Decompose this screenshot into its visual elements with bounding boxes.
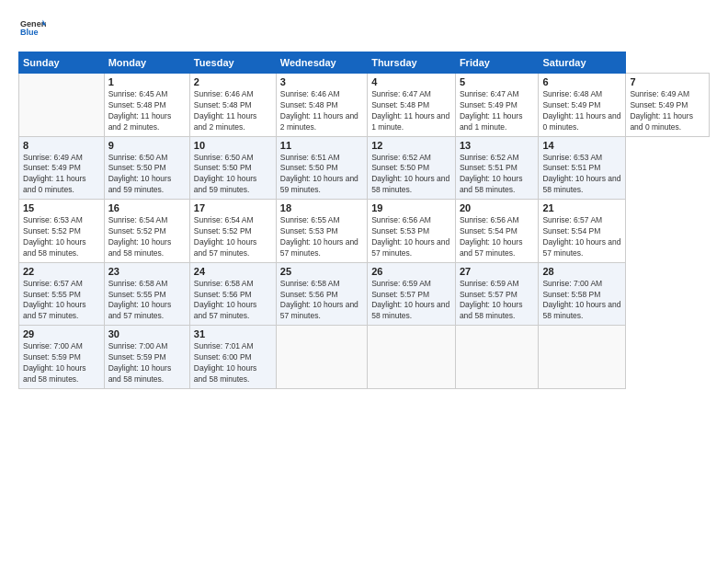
calendar-cell: 19 Sunrise: 6:56 AM Sunset: 5:53 PM Dayl… [368, 200, 456, 263]
day-number: 13 [460, 140, 535, 151]
calendar-cell: 8 Sunrise: 6:49 AM Sunset: 5:49 PM Dayli… [19, 136, 105, 200]
calendar-cell: 5 Sunrise: 6:47 AM Sunset: 5:49 PM Dayli… [455, 74, 539, 137]
calendar-cell: 14 Sunrise: 6:53 AM Sunset: 5:51 PM Dayl… [539, 136, 626, 200]
calendar-cell: 26 Sunrise: 6:59 AM Sunset: 5:57 PM Dayl… [368, 262, 456, 326]
day-number: 28 [542, 266, 621, 277]
calendar-cell: 12 Sunrise: 6:52 AM Sunset: 5:50 PM Dayl… [368, 136, 456, 200]
day-number: 2 [194, 76, 272, 87]
day-number: 31 [194, 328, 272, 339]
day-info: Sunrise: 7:00 AM Sunset: 5:59 PM Dayligh… [108, 341, 186, 385]
day-info: Sunrise: 6:50 AM Sunset: 5:50 PM Dayligh… [194, 153, 272, 197]
calendar-cell: 28 Sunrise: 7:00 AM Sunset: 5:58 PM Dayl… [539, 262, 626, 326]
day-number: 18 [280, 202, 363, 213]
day-header-sunday: Sunday [19, 52, 105, 74]
calendar-cell: 30 Sunrise: 7:00 AM Sunset: 5:59 PM Dayl… [104, 326, 189, 389]
day-header-tuesday: Tuesday [189, 52, 276, 74]
day-number: 26 [371, 266, 451, 277]
calendar-cell: 18 Sunrise: 6:55 AM Sunset: 5:53 PM Dayl… [276, 200, 367, 263]
calendar-cell: 7 Sunrise: 6:49 AM Sunset: 5:49 PM Dayli… [626, 74, 710, 137]
calendar-cell: 24 Sunrise: 6:58 AM Sunset: 5:56 PM Dayl… [189, 262, 276, 326]
day-header-monday: Monday [104, 52, 189, 74]
day-number: 14 [542, 140, 621, 151]
calendar-table: SundayMondayTuesdayWednesdayThursdayFrid… [18, 52, 710, 389]
day-info: Sunrise: 6:57 AM Sunset: 5:55 PM Dayligh… [23, 279, 100, 323]
day-header-saturday: Saturday [539, 52, 626, 74]
empty-cell [19, 74, 105, 137]
day-info: Sunrise: 7:00 AM Sunset: 5:59 PM Dayligh… [23, 341, 100, 385]
day-info: Sunrise: 6:49 AM Sunset: 5:49 PM Dayligh… [630, 89, 705, 133]
day-number: 16 [108, 202, 186, 213]
calendar-cell: 3 Sunrise: 6:46 AM Sunset: 5:48 PM Dayli… [276, 74, 367, 137]
day-number: 6 [542, 76, 621, 87]
calendar-cell: 2 Sunrise: 6:46 AM Sunset: 5:48 PM Dayli… [189, 74, 276, 137]
day-info: Sunrise: 6:53 AM Sunset: 5:52 PM Dayligh… [23, 215, 100, 259]
day-info: Sunrise: 6:53 AM Sunset: 5:51 PM Dayligh… [542, 153, 621, 197]
day-number: 11 [280, 140, 363, 151]
day-info: Sunrise: 6:59 AM Sunset: 5:57 PM Dayligh… [460, 279, 535, 323]
day-info: Sunrise: 6:56 AM Sunset: 5:53 PM Dayligh… [371, 215, 451, 259]
day-number: 25 [280, 266, 363, 277]
day-number: 12 [371, 140, 451, 151]
day-info: Sunrise: 6:59 AM Sunset: 5:57 PM Dayligh… [371, 279, 451, 323]
day-number: 24 [194, 266, 272, 277]
day-header-wednesday: Wednesday [276, 52, 367, 74]
calendar-cell: 10 Sunrise: 6:50 AM Sunset: 5:50 PM Dayl… [189, 136, 276, 200]
day-number: 22 [23, 266, 100, 277]
calendar-cell: 17 Sunrise: 6:54 AM Sunset: 5:52 PM Dayl… [189, 200, 276, 263]
calendar-cell: 13 Sunrise: 6:52 AM Sunset: 5:51 PM Dayl… [455, 136, 539, 200]
day-info: Sunrise: 6:49 AM Sunset: 5:49 PM Dayligh… [23, 153, 100, 197]
day-info: Sunrise: 6:47 AM Sunset: 5:48 PM Dayligh… [371, 89, 451, 133]
day-info: Sunrise: 7:01 AM Sunset: 6:00 PM Dayligh… [194, 341, 272, 385]
day-info: Sunrise: 6:58 AM Sunset: 5:55 PM Dayligh… [108, 279, 186, 323]
day-info: Sunrise: 6:47 AM Sunset: 5:49 PM Dayligh… [460, 89, 535, 133]
day-number: 8 [23, 140, 100, 151]
day-number: 15 [23, 202, 100, 213]
day-info: Sunrise: 6:51 AM Sunset: 5:50 PM Dayligh… [280, 153, 363, 197]
header: General Blue [18, 15, 710, 44]
calendar-cell: 15 Sunrise: 6:53 AM Sunset: 5:52 PM Dayl… [19, 200, 105, 263]
day-info: Sunrise: 6:56 AM Sunset: 5:54 PM Dayligh… [460, 215, 535, 259]
calendar-cell [276, 326, 367, 389]
calendar-cell: 31 Sunrise: 7:01 AM Sunset: 6:00 PM Dayl… [189, 326, 276, 389]
day-info: Sunrise: 7:00 AM Sunset: 5:58 PM Dayligh… [542, 279, 621, 323]
logo: General Blue [18, 15, 46, 44]
calendar-cell: 16 Sunrise: 6:54 AM Sunset: 5:52 PM Dayl… [104, 200, 189, 263]
page: General Blue SundayMondayTuesdayWednesda… [0, 0, 728, 563]
day-number: 20 [460, 202, 535, 213]
calendar-cell: 1 Sunrise: 6:45 AM Sunset: 5:48 PM Dayli… [104, 74, 189, 137]
calendar-cell: 25 Sunrise: 6:58 AM Sunset: 5:56 PM Dayl… [276, 262, 367, 326]
day-info: Sunrise: 6:58 AM Sunset: 5:56 PM Dayligh… [280, 279, 363, 323]
day-number: 9 [108, 140, 186, 151]
day-number: 3 [280, 76, 363, 87]
calendar-cell: 6 Sunrise: 6:48 AM Sunset: 5:49 PM Dayli… [539, 74, 626, 137]
day-info: Sunrise: 6:45 AM Sunset: 5:48 PM Dayligh… [108, 89, 186, 133]
day-header-thursday: Thursday [368, 52, 456, 74]
day-info: Sunrise: 6:54 AM Sunset: 5:52 PM Dayligh… [108, 215, 186, 259]
day-info: Sunrise: 6:46 AM Sunset: 5:48 PM Dayligh… [194, 89, 272, 133]
day-info: Sunrise: 6:52 AM Sunset: 5:51 PM Dayligh… [460, 153, 535, 197]
day-header-friday: Friday [455, 52, 539, 74]
day-info: Sunrise: 6:58 AM Sunset: 5:56 PM Dayligh… [194, 279, 272, 323]
day-info: Sunrise: 6:55 AM Sunset: 5:53 PM Dayligh… [280, 215, 363, 259]
logo-icon: General Blue [20, 15, 46, 40]
day-info: Sunrise: 6:57 AM Sunset: 5:54 PM Dayligh… [542, 215, 621, 259]
day-info: Sunrise: 6:52 AM Sunset: 5:50 PM Dayligh… [371, 153, 451, 197]
calendar-cell: 21 Sunrise: 6:57 AM Sunset: 5:54 PM Dayl… [539, 200, 626, 263]
day-number: 30 [108, 328, 186, 339]
day-number: 7 [630, 76, 705, 87]
calendar-cell: 23 Sunrise: 6:58 AM Sunset: 5:55 PM Dayl… [104, 262, 189, 326]
day-number: 27 [460, 266, 535, 277]
day-info: Sunrise: 6:46 AM Sunset: 5:48 PM Dayligh… [280, 89, 363, 133]
calendar-cell: 11 Sunrise: 6:51 AM Sunset: 5:50 PM Dayl… [276, 136, 367, 200]
day-number: 10 [194, 140, 272, 151]
svg-text:General: General [20, 19, 46, 29]
day-number: 1 [108, 76, 186, 87]
day-info: Sunrise: 6:50 AM Sunset: 5:50 PM Dayligh… [108, 153, 186, 197]
svg-text:Blue: Blue [20, 28, 39, 37]
calendar-cell: 27 Sunrise: 6:59 AM Sunset: 5:57 PM Dayl… [455, 262, 539, 326]
calendar-cell: 22 Sunrise: 6:57 AM Sunset: 5:55 PM Dayl… [19, 262, 105, 326]
day-number: 4 [371, 76, 451, 87]
day-number: 29 [23, 328, 100, 339]
day-info: Sunrise: 6:54 AM Sunset: 5:52 PM Dayligh… [194, 215, 272, 259]
day-number: 19 [371, 202, 451, 213]
